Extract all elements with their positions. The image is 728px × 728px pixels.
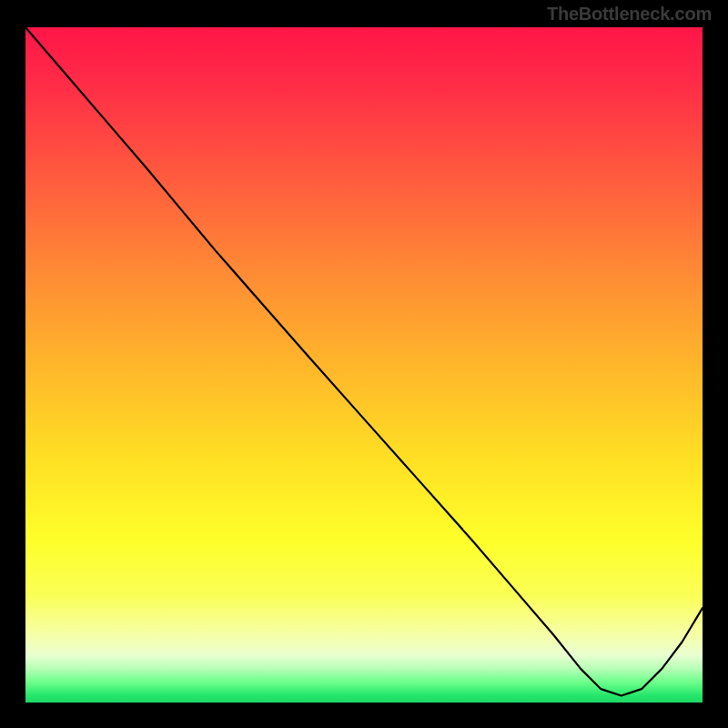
chart-wrapper: TheBottleneck.com [0, 0, 728, 728]
chart-line [25, 27, 703, 696]
attribution-text: TheBottleneck.com [547, 4, 712, 25]
plot-area [25, 27, 703, 703]
line-chart-svg [25, 27, 703, 703]
